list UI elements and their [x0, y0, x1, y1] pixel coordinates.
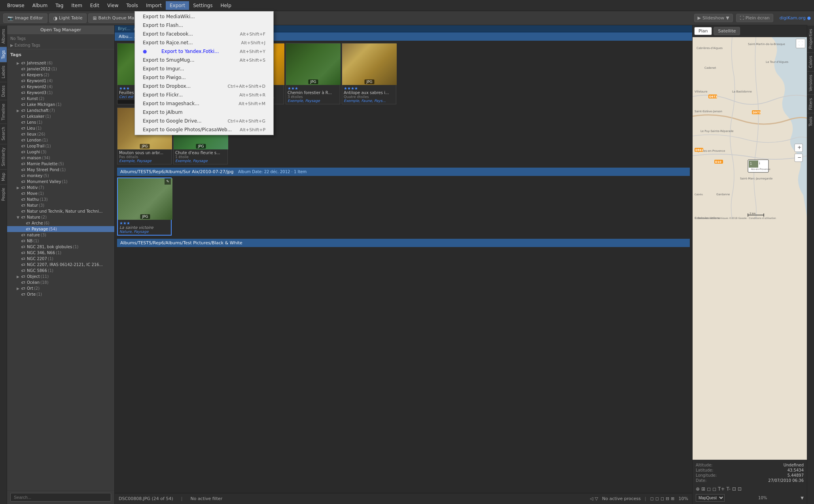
tag-monument-valley[interactable]: 🏷Monument Valley(1) — [7, 179, 114, 185]
tag-looptrail[interactable]: 🏷LoopTrail(1) — [7, 143, 114, 149]
icon-process3[interactable]: ◻ — [661, 496, 664, 501]
sidebar-tab-albums[interactable]: Albums — [0, 25, 7, 47]
sidebar-tab-people[interactable]: People — [0, 184, 7, 204]
photo-thumb-8[interactable]: ✎ JPG ★★★ La sainte victoire Nature, Pay… — [117, 177, 172, 236]
tag-nathu[interactable]: 🏷Nathu(13) — [7, 196, 114, 202]
tag-kunst[interactable]: 🏷Kunst(2) — [7, 96, 114, 102]
tag-keyword2[interactable]: 🏷Keyword2(4) — [7, 84, 114, 90]
sidebar-tab-labels[interactable]: Labels — [0, 62, 7, 81]
tag-leksaker[interactable]: 🏷Leksaker(1) — [7, 113, 114, 119]
existing-tags[interactable]: ▶ Existing Tags — [7, 42, 114, 49]
photo-thumb-5[interactable]: JPG ★★★★ Antilope aux sabres i... Quatre… — [342, 43, 396, 104]
right-tab-filters[interactable]: Filters — [807, 94, 814, 113]
sidebar-tab-tags[interactable]: Tags — [0, 47, 7, 62]
search-input[interactable] — [10, 493, 111, 502]
map-icon-3[interactable]: ◻ — [707, 486, 711, 492]
map-icon-4[interactable]: ◻ — [712, 486, 716, 492]
icon-process4[interactable]: ⊟ — [666, 496, 669, 501]
export-yandex[interactable]: ● Export to Yandex.Fotki... Alt+Shift+Y — [135, 47, 273, 56]
tag-lieu[interactable]: 🏷Lieu(1) — [7, 125, 114, 131]
menu-browse[interactable]: Browse — [3, 1, 28, 10]
export-google-photos[interactable]: Export to Google Photos/PicasaWeb... Alt… — [135, 125, 273, 134]
menu-edit[interactable]: Edit — [86, 1, 103, 10]
tag-lieux[interactable]: 🏷lieux(26) — [7, 131, 114, 137]
icon-next[interactable]: ▽ — [595, 496, 598, 501]
tag-keepers[interactable]: 🏷Keepers(2) — [7, 72, 114, 78]
right-tab-properties[interactable]: Properties — [807, 25, 814, 52]
right-tab-versions[interactable]: Versions — [807, 71, 814, 94]
tag-keyword3[interactable]: 🏷Keyword3(1) — [7, 90, 114, 96]
tag-janvier2012[interactable]: 🏷janvier2012(1) — [7, 66, 114, 72]
tag-landschaft[interactable]: ▶🏷Landschaft(7) — [7, 108, 114, 113]
menu-item[interactable]: Item — [68, 1, 86, 10]
sidebar-tab-map[interactable]: Map — [0, 169, 7, 184]
tag-nature[interactable]: ▼🏷Nature(2) — [7, 214, 114, 220]
fullscreen-button[interactable]: ⛶ Plein écran — [736, 14, 773, 22]
map-zoom-icon[interactable]: ▼ — [801, 496, 804, 500]
menu-album[interactable]: Album — [28, 1, 51, 10]
menu-import[interactable]: Import — [142, 1, 166, 10]
tag-move[interactable]: 🏷Move(1) — [7, 191, 114, 196]
slideshow-button[interactable]: ▶ Slideshow ▼ — [694, 14, 733, 22]
tag-jahreszeit[interactable]: ▶🏷Jahreszeit(6) — [7, 60, 114, 66]
tag-object[interactable]: ▶🏷Object(11) — [7, 274, 114, 279]
tag-ngc2207b[interactable]: 🏷NGC 2207, IRAS 06142-2121, IC 216... — [7, 262, 114, 268]
map-icon-7[interactable]: ⊡ — [732, 486, 736, 492]
tag-keyword1[interactable]: 🏷Keyword1(4) — [7, 78, 114, 84]
map-icon-8[interactable]: ⊡ — [738, 486, 742, 492]
tag-natur[interactable]: 🏷Natur(3) — [7, 202, 114, 208]
tag-maison[interactable]: 🏷maison(34) — [7, 155, 114, 161]
menu-help[interactable]: Help — [216, 1, 235, 10]
map-expand-button[interactable]: ⛶ — [796, 39, 805, 48]
right-tab-colors[interactable]: Colors — [807, 52, 814, 71]
export-flickr[interactable]: Export to Flickr... Alt+Shift+R — [135, 91, 273, 99]
tag-mamie[interactable]: 🏷Mamie Paulette(5) — [7, 161, 114, 167]
photo-thumb-4[interactable]: JPG ★★★ Chemin forestier à R... 3 étoile… — [286, 43, 340, 104]
export-flash[interactable]: Export to Flash... — [135, 21, 273, 30]
tag-arche[interactable]: 🏷Arche(6) — [7, 220, 114, 226]
icon-prev[interactable]: ◁ — [590, 496, 593, 501]
icon-process5[interactable]: ⊞ — [671, 496, 674, 501]
tag-manager-header[interactable]: Open Tag Manager — [7, 25, 114, 35]
menu-settings[interactable]: Settings — [189, 1, 216, 10]
tag-ngc5866[interactable]: 🏷NGC 5866(1) — [7, 268, 114, 274]
map-provider-select[interactable]: MapQuest — [696, 494, 725, 502]
tag-lake-michigan[interactable]: 🏷Lake Michigan(1) — [7, 102, 114, 108]
status-process-icons[interactable]: ◻ ◻ ◻ ⊟ ⊞ — [650, 496, 675, 501]
menu-view[interactable]: View — [103, 1, 122, 10]
right-tab-tools[interactable]: Tools — [807, 113, 814, 130]
menu-tag[interactable]: Tag — [51, 1, 67, 10]
export-google-drive[interactable]: Export to Google Drive... Ctrl+Alt+Shift… — [135, 117, 273, 125]
tag-nature-lower[interactable]: 🏷nature(3) — [7, 232, 114, 238]
export-jalbum[interactable]: Export to jAlbum — [135, 108, 273, 117]
export-imgur[interactable]: Export to Imgur... — [135, 64, 273, 73]
export-imageshack[interactable]: Export to Imageshack... Alt+Shift+M — [135, 99, 273, 108]
map-tab-plan[interactable]: Plan — [694, 27, 712, 35]
map-tab-satellite[interactable]: Satellite — [714, 27, 740, 35]
export-facebook[interactable]: Export to Facebook... Alt+Shift+F — [135, 30, 273, 38]
tag-monkey[interactable]: 🏷monkey(5) — [7, 173, 114, 179]
status-icons[interactable]: ◁ ▽ — [590, 496, 598, 501]
tag-ngc346[interactable]: 🏷NGC 346, N66(1) — [7, 250, 114, 256]
tag-may-street[interactable]: 🏷May Street Pond(1) — [7, 167, 114, 173]
menu-export[interactable]: Export — [166, 1, 189, 10]
map-icon-6[interactable]: T- — [726, 486, 731, 492]
icon-process1[interactable]: ◻ — [650, 496, 654, 501]
tag-lens[interactable]: 🏷Lens(1) — [7, 119, 114, 125]
map-icon-5[interactable]: T+ — [718, 486, 725, 492]
tag-orte[interactable]: 🏷Orte(1) — [7, 291, 114, 297]
map-icon-2[interactable]: ⊞ — [701, 486, 705, 492]
sidebar-tab-search[interactable]: Search — [0, 123, 7, 143]
export-piwigo[interactable]: Export to Piwigo... — [135, 73, 273, 82]
tag-motiv[interactable]: ▶🏷Motiv(7) — [7, 185, 114, 191]
sidebar-tab-timeline[interactable]: Timeline — [0, 100, 7, 124]
tag-luoghi[interactable]: 🏷Luoghi(3) — [7, 149, 114, 155]
sidebar-tab-dates[interactable]: Dates — [0, 82, 7, 100]
sidebar-tab-similarity[interactable]: Similarity — [0, 144, 7, 169]
tag-ngc2207a[interactable]: 🏷NGC 2207(1) — [7, 256, 114, 262]
tag-natur-technik[interactable]: 🏷Natur und Technik, Natur und Techni... — [7, 208, 114, 214]
tag-ocean[interactable]: 🏷Océan(18) — [7, 279, 114, 285]
export-rajce[interactable]: Export to Rajce.net... Alt+Shift+J — [135, 38, 273, 47]
export-mediawiki[interactable]: Export to MediaWiki... — [135, 12, 273, 21]
tag-ngc281[interactable]: 🏷NGC 281, bok globules(1) — [7, 244, 114, 250]
